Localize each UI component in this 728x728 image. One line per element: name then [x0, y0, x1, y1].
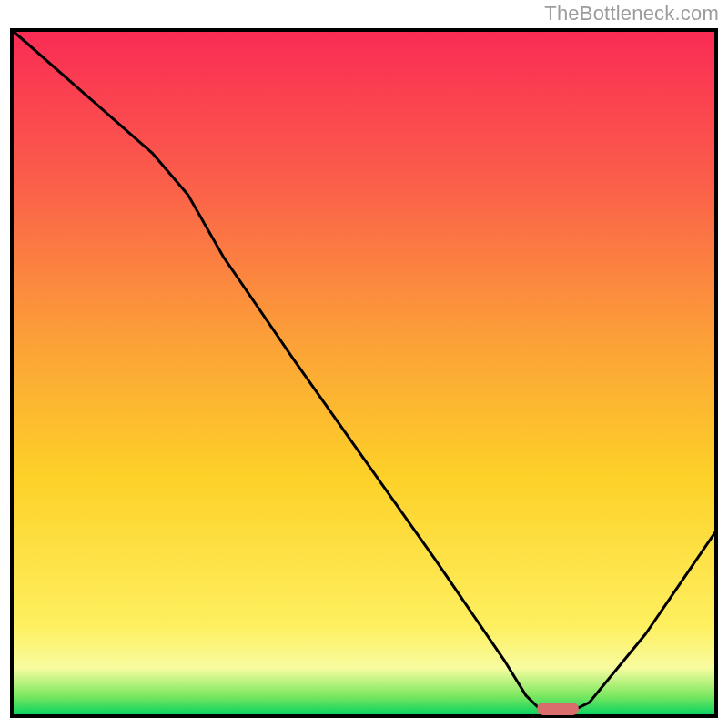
watermark-text: TheBottleneck.com: [544, 2, 719, 25]
bottleneck-chart: [9, 27, 719, 719]
flat-segment-marker: [537, 703, 579, 715]
gradient-background: [12, 30, 716, 716]
chart-container: TheBottleneck.com: [0, 0, 728, 728]
